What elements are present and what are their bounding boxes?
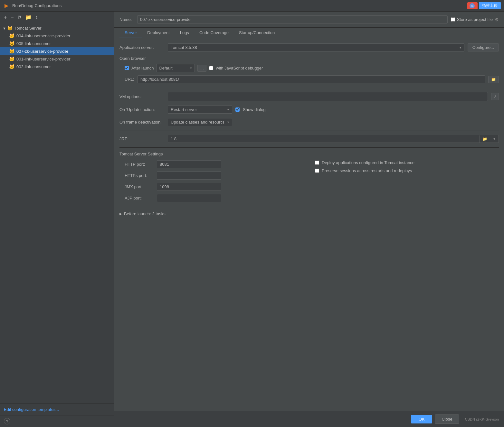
sidebar-tree: ▼ 🐱 Tomcat Server 🐱 004-link-userservice… [0, 23, 114, 404]
jre-folder-button[interactable]: 📁 [480, 135, 490, 143]
jmx-port-input[interactable] [157, 183, 221, 191]
ajp-port-input[interactable] [157, 194, 221, 202]
help-button[interactable]: ? [4, 418, 10, 424]
jre-input-wrapper: 📁 ▼ [168, 135, 499, 143]
app-server-row: Application server: Tomcat 8.5.38 Config… [119, 43, 499, 51]
config-label: 001-link-userservice-provider [16, 57, 71, 61]
group-label: Tomcat Server [14, 26, 42, 31]
gear-icon: ⚙ [495, 17, 499, 22]
on-frame-deactivation-select[interactable]: Update classes and resources Update reso… [168, 118, 232, 126]
config-icon: 🐱 [9, 33, 14, 38]
vm-options-label: VM options: [119, 94, 165, 99]
list-item[interactable]: 🐱 001-link-userservice-provider [0, 55, 114, 63]
on-update-row: On 'Update' action: Restart server Updat… [119, 106, 499, 114]
config-icon: 🐱 [9, 56, 14, 61]
on-update-label: On 'Update' action: [119, 107, 165, 112]
tab-code-coverage[interactable]: Code Coverage [194, 28, 234, 38]
tomcat-settings-title: Tomcat Server Settings [119, 152, 499, 156]
close-button[interactable]: Close [435, 414, 459, 424]
sort-config-button[interactable]: ↕ [34, 14, 39, 21]
name-row: Name: Store as project file ⚙ [114, 12, 504, 28]
url-input[interactable] [138, 75, 485, 83]
app-server-select-wrapper: Tomcat 8.5.38 [168, 43, 464, 51]
upload-button[interactable]: 拓推上传 [479, 2, 501, 9]
ports-col: HTTP port: HTTPs port: JMX port: AJP por… [125, 160, 309, 202]
https-port-row: HTTPs port: [125, 172, 309, 180]
tab-deployment[interactable]: Deployment [142, 28, 175, 38]
preserve-sessions-row: Preserve sessions across restarts and re… [315, 168, 499, 173]
before-launch-section: ▶ Before launch: 2 tasks [119, 211, 499, 216]
browser-select-wrapper: Default Chrome Firefox [156, 64, 195, 72]
main-container: + − ⧉ 📁 ↕ ▼ 🐱 Tomcat Server 🐱 004-link-u… [0, 12, 504, 427]
http-port-label: HTTP port: [125, 162, 154, 167]
folder-config-button[interactable]: 📁 [24, 14, 33, 21]
title-bar: ▶ Run/Debug Configurations 88 拓推上传 [0, 0, 504, 12]
config-icon: 🐱 [9, 64, 14, 69]
tomcat-icon: 🐱 [7, 26, 13, 31]
after-launch-label: After launch [131, 66, 154, 70]
config-icon: 🐱 [9, 49, 14, 54]
on-frame-deactivation-row: On frame deactivation: Update classes an… [119, 118, 499, 126]
config-label: 007-zk-userservice-provider [16, 49, 68, 54]
show-dialog-checkbox[interactable] [235, 107, 240, 112]
csdn-badge: 88 [467, 2, 478, 9]
dialog-title: Run/Debug Configurations [12, 3, 467, 8]
store-project-checkbox[interactable] [451, 17, 455, 22]
ajp-port-row: AJP port: [125, 194, 309, 202]
url-label: URL: [125, 77, 134, 82]
preserve-sessions-checkbox[interactable] [315, 169, 319, 173]
list-item[interactable]: 🐱 005-link-consumer [0, 40, 114, 47]
store-project-label: Store as project file [457, 17, 493, 22]
tabs-container: Server Deployment Logs Code Coverage Sta… [114, 28, 504, 38]
name-input[interactable] [137, 15, 448, 23]
vm-options-input[interactable] [168, 92, 488, 101]
tab-startup-connection[interactable]: Startup/Connection [234, 28, 280, 38]
add-config-button[interactable]: + [3, 14, 8, 21]
svg-text:88: 88 [471, 5, 474, 8]
jmx-port-row: JMX port: [125, 183, 309, 191]
right-panel: Name: Store as project file ⚙ Server Dep… [114, 12, 504, 427]
browser-dots-button[interactable]: ... [197, 65, 206, 72]
list-item-selected[interactable]: 🐱 007-zk-userservice-provider [0, 47, 114, 55]
tomcat-server-group[interactable]: ▼ 🐱 Tomcat Server [0, 24, 114, 32]
group-arrow: ▼ [3, 26, 6, 30]
copy-config-button[interactable]: ⧉ [16, 14, 23, 21]
after-launch-checkbox[interactable] [125, 66, 129, 70]
app-server-select[interactable]: Tomcat 8.5.38 [168, 43, 464, 51]
with-js-debugger-checkbox[interactable] [209, 66, 213, 70]
list-item[interactable]: 🐱 004-link-userservice-provider [0, 32, 114, 40]
name-label: Name: [119, 17, 134, 22]
before-launch-header[interactable]: ▶ Before launch: 2 tasks [119, 211, 499, 216]
after-launch-row: After launch Default Chrome Firefox ... … [119, 64, 499, 72]
tab-logs[interactable]: Logs [175, 28, 194, 38]
deploy-in-tomcat-checkbox[interactable] [315, 161, 319, 165]
on-update-select[interactable]: Restart server Update classes and resour… [168, 106, 232, 114]
jre-dropdown-button[interactable]: ▼ [490, 136, 499, 142]
url-row: URL: 📁 [119, 75, 499, 83]
show-dialog-label: Show dialog [243, 107, 266, 112]
config-label: 002-link-consumer [16, 64, 51, 69]
jmx-port-label: JMX port: [125, 184, 154, 189]
https-port-input[interactable] [157, 172, 221, 180]
jre-input[interactable] [168, 135, 480, 143]
ok-button[interactable]: OK [411, 415, 433, 423]
with-js-debugger-label: with JavaScript debugger [216, 66, 263, 70]
browser-select[interactable]: Default Chrome Firefox [156, 64, 195, 72]
tab-server[interactable]: Server [119, 28, 142, 38]
jre-label: JRE: [119, 136, 165, 141]
divider [119, 88, 499, 88]
configure-button[interactable]: Configure... [468, 43, 499, 51]
http-port-input[interactable] [157, 160, 221, 168]
divider2 [119, 131, 499, 131]
expand-vm-options-button[interactable]: ↗ [491, 93, 499, 100]
config-label: 005-link-consumer [16, 41, 51, 46]
sidebar-toolbar: + − ⧉ 📁 ↕ [0, 12, 114, 23]
jre-row: JRE: 📁 ▼ [119, 135, 499, 143]
edit-templates-link[interactable]: Edit configuration templates... [4, 407, 59, 412]
app-icon: ▶ [3, 3, 10, 9]
sidebar-bottom-bar: ? [0, 415, 114, 427]
remove-config-button[interactable]: − [9, 14, 15, 21]
url-folder-button[interactable]: 📁 [488, 76, 499, 83]
on-update-select-wrapper: Restart server Update classes and resour… [168, 106, 232, 114]
list-item[interactable]: 🐱 002-link-consumer [0, 63, 114, 70]
